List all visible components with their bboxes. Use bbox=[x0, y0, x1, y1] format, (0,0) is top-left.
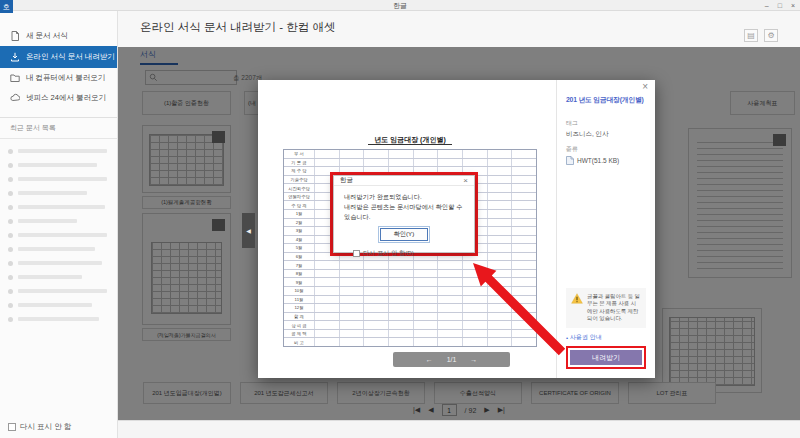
table-cell bbox=[339, 261, 364, 269]
doc-bullet-icon bbox=[8, 205, 13, 210]
doc-bullet-icon bbox=[8, 289, 13, 294]
recent-document-item[interactable] bbox=[8, 172, 107, 186]
document-title: 년도 임금대장 (개인별) bbox=[283, 135, 537, 149]
row-label: 기 본 급 bbox=[284, 159, 314, 167]
table-cell bbox=[487, 304, 512, 312]
dont-show-again-row[interactable]: 다시 표시 안 함(D) bbox=[353, 249, 464, 258]
table-cell bbox=[339, 270, 364, 278]
table-cell bbox=[437, 278, 462, 286]
sidebar-nav: 새 문서 서식온라인 서식 문서 내려받기내 컴퓨터에서 불러오기넷피스 24에… bbox=[0, 26, 117, 108]
row-label: 6월 bbox=[284, 253, 314, 261]
table-cell bbox=[413, 270, 438, 278]
dismiss-checkbox[interactable] bbox=[8, 423, 16, 431]
table-cell bbox=[511, 219, 536, 227]
table-cell bbox=[487, 270, 512, 278]
doc-title-placeholder bbox=[18, 289, 107, 293]
table-cell bbox=[413, 304, 438, 312]
preview-next-icon[interactable]: → bbox=[470, 356, 477, 363]
sidebar-item-1[interactable]: 온라인 서식 문서 내려받기 bbox=[0, 46, 117, 68]
recent-document-item[interactable] bbox=[8, 214, 107, 228]
preview-prev-icon[interactable]: ← bbox=[426, 356, 433, 363]
recent-document-item[interactable] bbox=[8, 312, 107, 326]
table-cell bbox=[363, 270, 388, 278]
minimize-button[interactable]: – bbox=[765, 0, 769, 11]
table-cell bbox=[388, 304, 413, 312]
table-cell bbox=[314, 304, 339, 312]
recent-document-item[interactable] bbox=[8, 200, 107, 214]
table-cell bbox=[437, 150, 462, 158]
table-cell bbox=[511, 201, 536, 209]
sidebar-item-0[interactable]: 새 문서 서식 bbox=[0, 26, 117, 46]
recent-document-item[interactable] bbox=[8, 158, 107, 172]
recent-document-item[interactable] bbox=[8, 298, 107, 312]
close-button[interactable]: × bbox=[791, 0, 795, 11]
table-cell bbox=[388, 278, 413, 286]
table-cell bbox=[437, 313, 462, 321]
confirm-button[interactable]: 확인(Y) bbox=[380, 228, 428, 241]
sidebar-item-3[interactable]: 넷피스 24에서 불러오기 bbox=[0, 88, 117, 108]
header-tool-icon-1[interactable]: ▤ bbox=[744, 29, 758, 42]
recent-documents-header: 최근 문서 목록 bbox=[0, 117, 117, 139]
sidebar: 새 문서 서식온라인 서식 문서 내려받기내 컴퓨터에서 불러오기넷피스 24에… bbox=[0, 11, 118, 438]
table-cell bbox=[511, 304, 536, 312]
dont-show-again-label: 다시 표시 안 함(D) bbox=[363, 249, 414, 258]
table-cell bbox=[487, 321, 512, 329]
table-cell bbox=[314, 278, 339, 286]
table-cell bbox=[437, 270, 462, 278]
doc-title-placeholder bbox=[18, 149, 107, 153]
sidebar-item-2[interactable]: 내 컴퓨터에서 불러오기 bbox=[0, 68, 117, 88]
dont-show-again-checkbox[interactable] bbox=[353, 250, 360, 257]
table-cell bbox=[462, 338, 487, 346]
previous-form-arrow[interactable]: ◀ bbox=[242, 213, 255, 248]
license-link[interactable]: • 사용권 안내 bbox=[566, 333, 646, 342]
doc-bullet-icon bbox=[8, 163, 13, 168]
table-cell bbox=[437, 330, 462, 338]
doc-title-placeholder bbox=[18, 233, 107, 237]
table-cell bbox=[413, 321, 438, 329]
table-cell bbox=[363, 287, 388, 295]
table-row: 비 고 bbox=[284, 337, 536, 346]
recent-document-item[interactable] bbox=[8, 270, 107, 284]
table-cell bbox=[388, 338, 413, 346]
doc-title-placeholder bbox=[18, 261, 102, 265]
table-cell bbox=[413, 287, 438, 295]
license-notice-text: 글꼴과 클립아트 등 일부는 본 제품 사용 시에만 사용하도록 제한되어 있습… bbox=[587, 293, 641, 323]
row-label: 시간외수당 bbox=[284, 184, 314, 192]
table-cell bbox=[413, 296, 438, 304]
recent-document-item[interactable] bbox=[8, 144, 107, 158]
row-label: 부 서 bbox=[284, 150, 314, 158]
table-cell bbox=[462, 330, 487, 338]
table-cell bbox=[388, 261, 413, 269]
row-label: 12월 bbox=[284, 304, 314, 312]
table-cell bbox=[437, 261, 462, 269]
recent-document-item[interactable] bbox=[8, 186, 107, 200]
recent-document-item[interactable] bbox=[8, 228, 107, 242]
table-cell bbox=[487, 193, 512, 201]
row-label: 3월 bbox=[284, 227, 314, 235]
row-label: 2월 bbox=[284, 219, 314, 227]
new-document-icon bbox=[10, 31, 20, 41]
table-row: 8월 bbox=[284, 269, 536, 278]
table-cell bbox=[462, 270, 487, 278]
sidebar-item-label: 온라인 서식 문서 내려받기 bbox=[26, 52, 115, 62]
recent-document-item[interactable] bbox=[8, 284, 107, 298]
dialog-close-icon[interactable]: × bbox=[463, 176, 468, 185]
dismiss-checkbox-row[interactable]: 다시 표시 안 함 bbox=[8, 422, 71, 432]
table-cell bbox=[339, 338, 364, 346]
status-bar bbox=[118, 420, 800, 438]
doc-bullet-icon bbox=[8, 233, 13, 238]
download-button[interactable]: 내려받기 bbox=[570, 350, 642, 365]
bullet-icon: • bbox=[566, 335, 568, 341]
table-row: 상 여 금 bbox=[284, 320, 536, 329]
table-cell bbox=[363, 261, 388, 269]
table-cell bbox=[388, 287, 413, 295]
app-window: 한글 – □ × 호 새 문서 서식온라인 서식 문서 내려받기내 컴퓨터에서 … bbox=[0, 0, 800, 438]
restore-button[interactable]: □ bbox=[778, 0, 782, 11]
table-cell bbox=[487, 159, 512, 167]
table-cell bbox=[388, 159, 413, 167]
table-cell bbox=[363, 150, 388, 158]
recent-document-item[interactable] bbox=[8, 256, 107, 270]
recent-document-item[interactable] bbox=[8, 242, 107, 256]
doc-bullet-icon bbox=[8, 275, 13, 280]
header-tool-icon-2[interactable]: ⚙ bbox=[764, 29, 778, 42]
